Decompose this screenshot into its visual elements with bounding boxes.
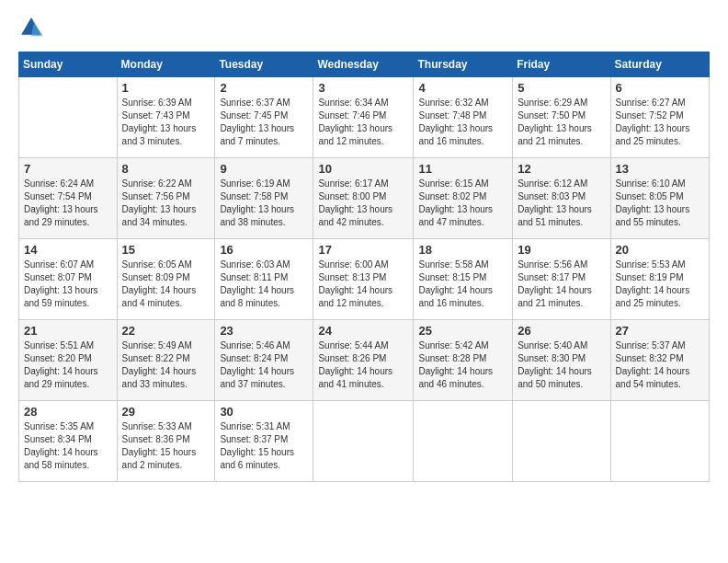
day-number: 13 (616, 162, 704, 176)
day-info: Sunrise: 6:37 AMSunset: 7:45 PMDaylight:… (220, 97, 308, 148)
table-row: 20Sunrise: 5:53 AMSunset: 8:19 PMDayligh… (610, 239, 709, 320)
day-info: Sunrise: 6:22 AMSunset: 7:56 PMDaylight:… (122, 178, 210, 229)
table-row (19, 77, 118, 158)
day-info: Sunrise: 5:33 AMSunset: 8:36 PMDaylight:… (122, 420, 210, 472)
day-info: Sunrise: 5:58 AMSunset: 8:15 PMDaylight:… (418, 259, 507, 310)
calendar-week-row: 14Sunrise: 6:07 AMSunset: 8:07 PMDayligh… (19, 239, 710, 320)
day-number: 15 (122, 243, 210, 257)
day-number: 3 (318, 81, 408, 95)
calendar-week-row: 7Sunrise: 6:24 AMSunset: 7:54 PMDaylight… (19, 158, 710, 239)
day-number: 28 (24, 405, 112, 419)
day-info: Sunrise: 5:56 AMSunset: 8:17 PMDaylight:… (518, 259, 605, 310)
day-info: Sunrise: 5:42 AMSunset: 8:28 PMDaylight:… (418, 339, 507, 391)
table-row: 4Sunrise: 6:32 AMSunset: 7:48 PMDaylight… (414, 77, 513, 158)
header-tuesday: Tuesday (215, 52, 313, 77)
day-number: 26 (518, 324, 605, 338)
header-wednesday: Wednesday (313, 52, 414, 77)
day-info: Sunrise: 6:27 AMSunset: 7:52 PMDaylight:… (616, 97, 704, 148)
table-row: 16Sunrise: 6:03 AMSunset: 8:11 PMDayligh… (215, 239, 313, 320)
day-number: 22 (122, 324, 210, 338)
day-info: Sunrise: 6:32 AMSunset: 7:48 PMDaylight:… (418, 97, 507, 148)
day-number: 19 (518, 243, 605, 257)
day-info: Sunrise: 6:05 AMSunset: 8:09 PMDaylight:… (122, 259, 210, 310)
day-info: Sunrise: 5:51 AMSunset: 8:20 PMDaylight:… (24, 339, 112, 391)
day-number: 17 (318, 243, 408, 257)
day-number: 4 (418, 81, 507, 95)
day-info: Sunrise: 5:40 AMSunset: 8:30 PMDaylight:… (518, 339, 605, 391)
day-number: 20 (616, 243, 704, 257)
day-info: Sunrise: 6:03 AMSunset: 8:11 PMDaylight:… (220, 259, 308, 310)
table-row: 29Sunrise: 5:33 AMSunset: 8:36 PMDayligh… (117, 401, 215, 482)
table-row: 17Sunrise: 6:00 AMSunset: 8:13 PMDayligh… (313, 239, 414, 320)
day-info: Sunrise: 6:12 AMSunset: 8:03 PMDaylight:… (518, 178, 605, 229)
table-row: 9Sunrise: 6:19 AMSunset: 7:58 PMDaylight… (215, 158, 313, 239)
table-row (313, 401, 414, 482)
day-info: Sunrise: 6:07 AMSunset: 8:07 PMDaylight:… (24, 259, 112, 310)
day-number: 7 (24, 162, 112, 176)
table-row: 18Sunrise: 5:58 AMSunset: 8:15 PMDayligh… (414, 239, 513, 320)
day-info: Sunrise: 6:24 AMSunset: 7:54 PMDaylight:… (24, 178, 112, 229)
table-row: 26Sunrise: 5:40 AMSunset: 8:30 PMDayligh… (513, 320, 610, 401)
calendar-table: Sunday Monday Tuesday Wednesday Thursday… (18, 52, 710, 482)
day-info: Sunrise: 5:46 AMSunset: 8:24 PMDaylight:… (220, 339, 308, 391)
table-row (610, 401, 709, 482)
table-row: 25Sunrise: 5:42 AMSunset: 8:28 PMDayligh… (414, 320, 513, 401)
table-row: 22Sunrise: 5:49 AMSunset: 8:22 PMDayligh… (117, 320, 215, 401)
header (18, 15, 710, 40)
day-info: Sunrise: 6:34 AMSunset: 7:46 PMDaylight:… (318, 97, 408, 148)
header-saturday: Saturday (610, 52, 709, 77)
header-thursday: Thursday (414, 52, 513, 77)
table-row: 6Sunrise: 6:27 AMSunset: 7:52 PMDaylight… (610, 77, 709, 158)
day-info: Sunrise: 5:49 AMSunset: 8:22 PMDaylight:… (122, 339, 210, 391)
day-number: 16 (220, 243, 308, 257)
day-number: 8 (122, 162, 210, 176)
day-number: 27 (616, 324, 704, 338)
day-info: Sunrise: 6:00 AMSunset: 8:13 PMDaylight:… (318, 259, 408, 310)
table-row: 5Sunrise: 6:29 AMSunset: 7:50 PMDaylight… (513, 77, 610, 158)
table-row: 2Sunrise: 6:37 AMSunset: 7:45 PMDaylight… (215, 77, 313, 158)
table-row: 21Sunrise: 5:51 AMSunset: 8:20 PMDayligh… (19, 320, 118, 401)
day-info: Sunrise: 6:39 AMSunset: 7:43 PMDaylight:… (122, 97, 210, 148)
day-info: Sunrise: 6:10 AMSunset: 8:05 PMDaylight:… (616, 178, 704, 229)
logo-icon (18, 15, 44, 40)
day-number: 30 (220, 405, 308, 419)
table-row (414, 401, 513, 482)
header-friday: Friday (513, 52, 610, 77)
day-number: 9 (220, 162, 308, 176)
day-number: 2 (220, 81, 308, 95)
table-row: 12Sunrise: 6:12 AMSunset: 8:03 PMDayligh… (513, 158, 610, 239)
table-row: 24Sunrise: 5:44 AMSunset: 8:26 PMDayligh… (313, 320, 414, 401)
day-number: 18 (418, 243, 507, 257)
table-row: 23Sunrise: 5:46 AMSunset: 8:24 PMDayligh… (215, 320, 313, 401)
day-number: 10 (318, 162, 408, 176)
day-number: 5 (518, 81, 605, 95)
table-row: 28Sunrise: 5:35 AMSunset: 8:34 PMDayligh… (19, 401, 118, 482)
day-info: Sunrise: 5:31 AMSunset: 8:37 PMDaylight:… (220, 420, 308, 472)
day-info: Sunrise: 5:53 AMSunset: 8:19 PMDaylight:… (616, 259, 704, 310)
table-row: 10Sunrise: 6:17 AMSunset: 8:00 PMDayligh… (313, 158, 414, 239)
page: Sunday Monday Tuesday Wednesday Thursday… (0, 0, 728, 563)
day-number: 29 (122, 405, 210, 419)
day-number: 6 (616, 81, 704, 95)
table-row: 15Sunrise: 6:05 AMSunset: 8:09 PMDayligh… (117, 239, 215, 320)
table-row: 1Sunrise: 6:39 AMSunset: 7:43 PMDaylight… (117, 77, 215, 158)
table-row: 14Sunrise: 6:07 AMSunset: 8:07 PMDayligh… (19, 239, 118, 320)
table-row: 3Sunrise: 6:34 AMSunset: 7:46 PMDaylight… (313, 77, 414, 158)
calendar-week-row: 28Sunrise: 5:35 AMSunset: 8:34 PMDayligh… (19, 401, 710, 482)
day-info: Sunrise: 6:17 AMSunset: 8:00 PMDaylight:… (318, 178, 408, 229)
table-row: 8Sunrise: 6:22 AMSunset: 7:56 PMDaylight… (117, 158, 215, 239)
table-row (513, 401, 610, 482)
day-info: Sunrise: 5:35 AMSunset: 8:34 PMDaylight:… (24, 420, 112, 472)
calendar-week-row: 1Sunrise: 6:39 AMSunset: 7:43 PMDaylight… (19, 77, 710, 158)
calendar-week-row: 21Sunrise: 5:51 AMSunset: 8:20 PMDayligh… (19, 320, 710, 401)
day-number: 1 (122, 81, 210, 95)
day-number: 23 (220, 324, 308, 338)
table-row: 27Sunrise: 5:37 AMSunset: 8:32 PMDayligh… (610, 320, 709, 401)
logo (18, 15, 46, 40)
day-number: 25 (418, 324, 507, 338)
day-info: Sunrise: 5:44 AMSunset: 8:26 PMDaylight:… (318, 339, 408, 391)
day-number: 11 (418, 162, 507, 176)
day-info: Sunrise: 6:15 AMSunset: 8:02 PMDaylight:… (418, 178, 507, 229)
day-number: 24 (318, 324, 408, 338)
day-info: Sunrise: 6:19 AMSunset: 7:58 PMDaylight:… (220, 178, 308, 229)
